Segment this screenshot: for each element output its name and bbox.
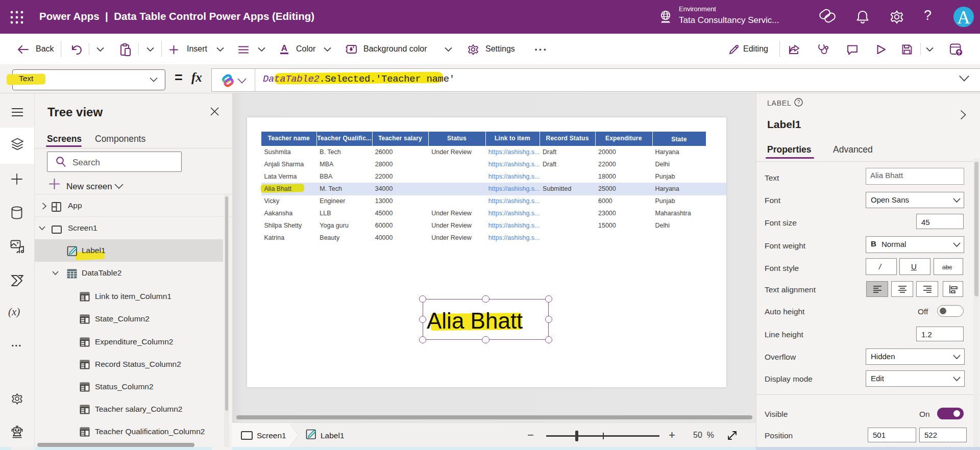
svg-text:?: ? — [797, 99, 800, 105]
svg-text:A: A — [281, 44, 287, 53]
